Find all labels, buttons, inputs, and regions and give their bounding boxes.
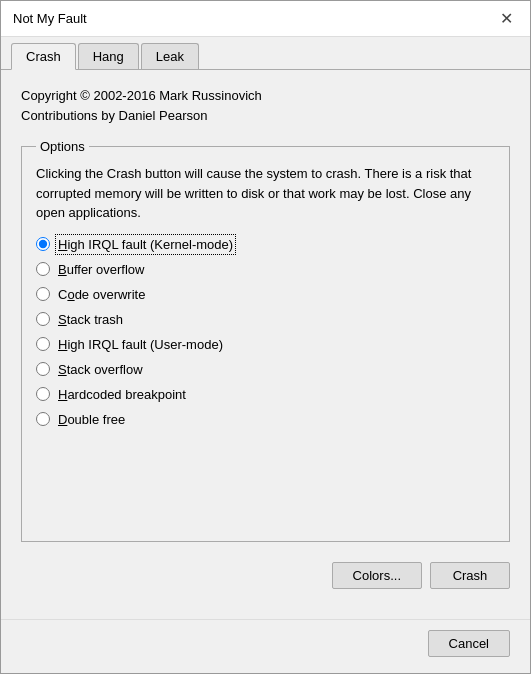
options-group: Options Clicking the Crash button will c… xyxy=(21,139,510,542)
crash-button[interactable]: Crash xyxy=(430,562,510,589)
radio-input-1[interactable] xyxy=(36,237,50,251)
radio-label-2: Buffer overflow xyxy=(58,262,144,277)
action-button-row: Colors... Crash xyxy=(21,562,510,603)
radio-input-7[interactable] xyxy=(36,387,50,401)
main-content: Copyright © 2002-2016 Mark Russinovich C… xyxy=(1,70,530,619)
main-window: Not My Fault ✕ Crash Hang Leak Copyright… xyxy=(0,0,531,674)
radio-input-8[interactable] xyxy=(36,412,50,426)
tab-crash[interactable]: Crash xyxy=(11,43,76,70)
radio-option-4[interactable]: Stack trash xyxy=(36,312,495,327)
radio-label-8: Double free xyxy=(58,412,125,427)
cancel-button[interactable]: Cancel xyxy=(428,630,510,657)
window-title: Not My Fault xyxy=(13,11,87,26)
radio-input-2[interactable] xyxy=(36,262,50,276)
close-button[interactable]: ✕ xyxy=(494,7,518,31)
copyright-section: Copyright © 2002-2016 Mark Russinovich C… xyxy=(21,86,510,125)
radio-label-5: High IRQL fault (User-mode) xyxy=(58,337,223,352)
radio-input-6[interactable] xyxy=(36,362,50,376)
radio-label-6: Stack overflow xyxy=(58,362,143,377)
tab-hang[interactable]: Hang xyxy=(78,43,139,69)
title-bar: Not My Fault ✕ xyxy=(1,1,530,37)
options-description: Clicking the Crash button will cause the… xyxy=(36,164,495,223)
radio-label-4: Stack trash xyxy=(58,312,123,327)
radio-option-3[interactable]: Code overwrite xyxy=(36,287,495,302)
colors-button[interactable]: Colors... xyxy=(332,562,422,589)
radio-option-1[interactable]: High IRQL fault (Kernel-mode) xyxy=(36,237,495,252)
radio-option-2[interactable]: Buffer overflow xyxy=(36,262,495,277)
options-legend: Options xyxy=(36,139,89,154)
radio-option-5[interactable]: High IRQL fault (User-mode) xyxy=(36,337,495,352)
radio-label-7: Hardcoded breakpoint xyxy=(58,387,186,402)
radio-label-3: Code overwrite xyxy=(58,287,145,302)
copyright-line2: Contributions by Daniel Pearson xyxy=(21,106,510,126)
tab-leak[interactable]: Leak xyxy=(141,43,199,69)
tab-bar: Crash Hang Leak xyxy=(1,37,530,70)
radio-input-5[interactable] xyxy=(36,337,50,351)
copyright-line1: Copyright © 2002-2016 Mark Russinovich xyxy=(21,86,510,106)
cancel-row: Cancel xyxy=(1,619,530,673)
radio-input-4[interactable] xyxy=(36,312,50,326)
radio-option-8[interactable]: Double free xyxy=(36,412,495,427)
radio-label-1: High IRQL fault (Kernel-mode) xyxy=(58,237,233,252)
radio-option-7[interactable]: Hardcoded breakpoint xyxy=(36,387,495,402)
radio-input-3[interactable] xyxy=(36,287,50,301)
radio-option-6[interactable]: Stack overflow xyxy=(36,362,495,377)
